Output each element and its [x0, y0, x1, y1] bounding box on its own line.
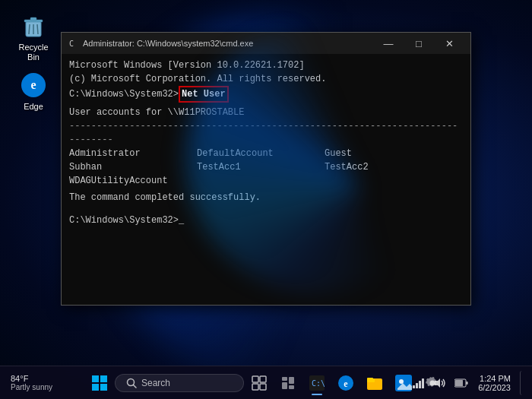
cmd-line-2: (c) Microsoft Corporation. All rights re…: [69, 72, 463, 86]
weather-widget[interactable]: 84°F Partly sunny: [6, 372, 57, 393]
settings-taskbar-icon[interactable]: [419, 369, 446, 397]
svg-rect-22: [282, 382, 287, 389]
maximize-button[interactable]: □: [404, 33, 434, 54]
search-icon: [126, 378, 137, 388]
svg-rect-10: [92, 375, 99, 382]
cmd-icon: C: [68, 38, 78, 49]
svg-rect-18: [252, 384, 258, 390]
cmd-accounts-row3: WDAGUtilityAccount: [69, 174, 463, 188]
recycle-bin-image: [20, 12, 47, 40]
cmd-user-accounts-header: User accounts for \\W11PROSTABLE: [69, 106, 463, 119]
edge-taskbar-icon[interactable]: e: [332, 369, 359, 397]
svg-rect-2: [30, 17, 36, 21]
cmd-content[interactable]: Microsoft Windows [Version 10.0.22621.17…: [62, 54, 470, 305]
cmd-prompt-2: C:\Windows\System32>: [69, 214, 463, 227]
cmd-separator: ----------------------------------------…: [69, 119, 463, 147]
battery-tray-icon[interactable]: [452, 374, 470, 392]
clock-widget[interactable]: 1:24 PM 6/2/2023: [473, 372, 515, 394]
cmd-accounts-row1: Administrator DefaultAccount Guest: [69, 147, 463, 160]
svg-rect-20: [282, 377, 287, 381]
edge-image: e: [20, 71, 47, 99]
clock-time: 1:24 PM: [480, 374, 511, 383]
cmd-success-message: The command completed successfully.: [69, 191, 463, 204]
task-view-button[interactable]: [245, 369, 273, 397]
cmd-window: C Administrator: C:\Windows\system32\cmd…: [61, 32, 471, 306]
cmd-line-1: Microsoft Windows [Version 10.0.22621.17…: [69, 59, 463, 72]
recycle-bin-icon[interactable]: Recycle Bin: [9, 9, 58, 65]
net-user-command: Net User: [179, 86, 229, 103]
svg-text:C: C: [69, 40, 74, 48]
cmd-accounts-row2: Subhan TestAcc1 TestAcc2: [69, 160, 463, 174]
svg-rect-40: [455, 380, 463, 386]
cmd-taskbar-icon[interactable]: C:\: [303, 369, 331, 397]
cmd-title-left: C Administrator: C:\Windows\system32\cmd…: [68, 38, 253, 49]
cmd-prompt-1: C:\Windows\System32>Net User: [69, 86, 463, 103]
taskbar: 84°F Partly sunny Search: [0, 366, 532, 399]
cmd-controls: — □ ✕: [373, 33, 464, 54]
desktop: Recycle Bin e Edge: [0, 0, 532, 399]
svg-text:e: e: [344, 378, 348, 389]
svg-rect-13: [100, 384, 107, 391]
start-button[interactable]: [86, 369, 113, 397]
svg-rect-16: [252, 376, 258, 382]
cmd-titlebar: C Administrator: C:\Windows\system32\cmd…: [62, 33, 470, 54]
taskbar-search[interactable]: Search: [115, 374, 244, 392]
search-label: Search: [141, 378, 170, 388]
weather-temperature: 84°F: [11, 374, 28, 383]
svg-rect-21: [289, 377, 294, 384]
svg-rect-17: [260, 376, 266, 382]
close-button[interactable]: ✕: [434, 33, 464, 54]
widgets-button[interactable]: [274, 369, 302, 397]
weather-description: Partly sunny: [11, 383, 52, 391]
photos-taskbar-icon[interactable]: [390, 369, 417, 397]
svg-rect-41: [467, 382, 468, 385]
svg-rect-12: [92, 384, 99, 391]
svg-text:e: e: [30, 78, 36, 91]
svg-line-5: [37, 24, 38, 34]
svg-rect-23: [289, 385, 294, 389]
svg-line-3: [29, 24, 30, 34]
minimize-button[interactable]: —: [373, 33, 404, 54]
taskbar-center: Search: [86, 369, 446, 397]
edge-desktop-label: Edge: [24, 102, 43, 112]
cmd-cursor: [179, 215, 184, 226]
svg-line-15: [134, 385, 137, 388]
clock-date: 6/2/2023: [478, 383, 511, 392]
svg-rect-19: [260, 384, 266, 390]
svg-text:C:\: C:\: [312, 379, 325, 388]
svg-rect-11: [100, 375, 107, 382]
recycle-bin-label: Recycle Bin: [12, 43, 55, 62]
cmd-title-text: Administrator: C:\Windows\system32\cmd.e…: [83, 39, 253, 48]
show-desktop-button[interactable]: [520, 371, 526, 395]
svg-rect-30: [367, 378, 373, 381]
edge-desktop-icon[interactable]: e Edge: [9, 68, 58, 115]
file-explorer-taskbar-icon[interactable]: [361, 369, 388, 397]
